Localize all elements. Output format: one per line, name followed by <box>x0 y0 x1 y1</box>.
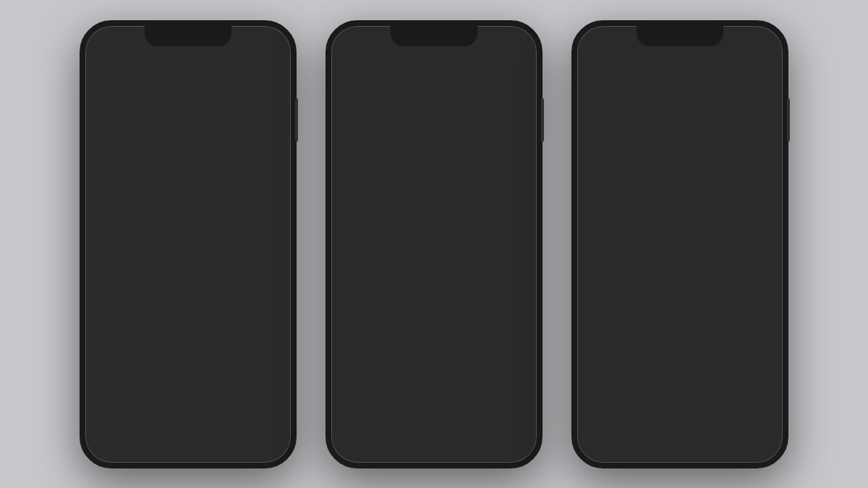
emoji-key-3[interactable]: 😊 <box>614 409 640 440</box>
key-gai1[interactable]: ग़ै <box>85 301 97 331</box>
key-aa2[interactable]: ा <box>145 301 164 331</box>
key-p[interactable]: प <box>179 337 197 367</box>
key-p3[interactable]: p <box>772 301 783 331</box>
key-t2[interactable]: t <box>414 301 433 331</box>
key-d3[interactable]: d <box>625 337 644 367</box>
key-l3[interactable]: l <box>761 337 780 367</box>
key-v[interactable]: व <box>190 373 209 403</box>
key-e3[interactable]: e <box>615 301 634 331</box>
key-h[interactable]: ह <box>190 301 209 331</box>
format-icon-1[interactable]: Aa <box>135 242 148 254</box>
key-r3[interactable]: r <box>637 301 656 331</box>
autocorrect-item-1[interactable]: रात <box>154 274 223 286</box>
key-c2[interactable]: c <box>402 373 421 403</box>
pen-icon-1[interactable]: ✎ <box>231 240 242 256</box>
collab-icon-3[interactable]: 👥 <box>699 66 715 82</box>
key-r[interactable]: र <box>201 337 220 367</box>
key-a3[interactable]: a <box>580 337 599 367</box>
key-y3[interactable]: y <box>682 301 701 331</box>
key-w3[interactable]: w <box>592 301 611 331</box>
camera-icon-1[interactable]: ⊙ <box>200 240 210 256</box>
key-s[interactable]: स <box>235 373 254 403</box>
return-key-3[interactable]: return <box>740 409 777 440</box>
key-c3[interactable]: c <box>648 373 667 403</box>
collab-icon-1[interactable]: 👥 <box>208 66 224 82</box>
autocorrect-3-0[interactable]: "aaps" <box>577 275 646 286</box>
key-e[interactable]: े <box>89 337 108 367</box>
key-g2[interactable]: g <box>425 337 443 367</box>
key-j[interactable]: ज <box>258 301 276 331</box>
key-e2[interactable]: e <box>369 301 388 331</box>
key-a2[interactable]: a <box>334 337 353 367</box>
key-s2[interactable]: s <box>357 337 375 367</box>
key-z3[interactable]: z <box>603 373 622 403</box>
return-key-1[interactable]: ↵ <box>255 409 285 440</box>
key-h2[interactable]: h <box>447 337 466 367</box>
key-oo[interactable]: ॉ <box>123 373 142 403</box>
key-l[interactable]: ल <box>213 373 231 403</box>
key-n3[interactable]: n <box>715 373 734 403</box>
share-icon-2[interactable]: ⬆ <box>480 67 489 80</box>
key-i3[interactable]: i <box>727 301 746 331</box>
key-r2[interactable]: r <box>391 301 410 331</box>
space-key-1[interactable]: स्पेस <box>154 409 252 440</box>
key-q3[interactable]: q <box>577 301 589 331</box>
done-button-2[interactable]: Done <box>499 67 528 80</box>
shift-key-2[interactable]: ⇧ <box>334 373 354 403</box>
shift-key-3[interactable]: ⇧ <box>580 373 600 403</box>
key-i2[interactable]: i <box>481 301 500 331</box>
key-q2[interactable]: q <box>331 301 343 331</box>
autocorrect-2-2[interactable]: karein <box>400 275 434 286</box>
key-y[interactable]: य <box>258 373 276 403</box>
key-w2[interactable]: w <box>346 301 365 331</box>
back-button-3[interactable]: ‹ Notes <box>586 66 624 81</box>
key-f2[interactable]: f <box>402 337 421 367</box>
key-dd[interactable]: ड <box>280 301 292 331</box>
key-d[interactable]: द <box>235 301 254 331</box>
num-key-2[interactable]: 123 <box>337 409 367 440</box>
key-m[interactable]: म <box>145 373 164 403</box>
key-j3[interactable]: j <box>715 337 734 367</box>
grid-icon-2[interactable]: ⊞ <box>350 240 361 256</box>
shift-key-1[interactable]: ↑ <box>85 373 97 403</box>
key-v3[interactable]: v <box>671 373 689 403</box>
autocorrect-more[interactable]: ∨ <box>503 275 537 286</box>
key-u2[interactable]: u <box>459 301 477 331</box>
key-n[interactable]: न <box>168 373 187 403</box>
key-t3[interactable]: t <box>660 301 678 331</box>
key-b[interactable]: ब <box>168 301 187 331</box>
space-key-3[interactable]: space <box>644 409 736 440</box>
key-k[interactable]: क <box>224 337 242 367</box>
space-key-2[interactable]: स्पेस <box>400 409 498 440</box>
emoji-key-1[interactable]: 😊 <box>124 409 150 440</box>
key-m2[interactable]: m <box>492 373 511 403</box>
key-v2[interactable]: v <box>425 373 443 403</box>
key-n2[interactable]: n <box>469 373 488 403</box>
check-icon-2[interactable]: ✓ <box>414 240 425 256</box>
back-button-2[interactable]: ‹ Notes <box>340 66 378 81</box>
key-y2[interactable]: y <box>436 301 455 331</box>
return-key-2[interactable]: ↵ <box>501 409 531 440</box>
key-x2[interactable]: x <box>380 373 399 403</box>
key-i2[interactable]: ि <box>134 337 153 367</box>
autocorrect-3-2[interactable]: aapsi <box>714 275 783 286</box>
key-f3[interactable]: f <box>648 337 667 367</box>
autocorrect-2-3[interactable]: करेन <box>434 274 468 286</box>
autocorrect-2-4[interactable]: क्रैन <box>468 274 502 286</box>
key-o2[interactable]: o <box>503 301 522 331</box>
key-t[interactable]: त <box>246 337 265 367</box>
key-o3[interactable]: o <box>749 301 768 331</box>
key-p2[interactable]: p <box>526 301 537 331</box>
done-button-1[interactable]: Done <box>253 67 282 80</box>
delete-key-3[interactable]: ⌫ <box>760 373 780 403</box>
pen-icon-2[interactable]: ✎ <box>477 240 488 256</box>
grid-icon-1[interactable]: ⊞ <box>104 240 115 256</box>
key-aa1[interactable]: ै <box>101 301 119 331</box>
autocorrect-item-0[interactable]: तारीख <box>85 274 154 286</box>
key-s3[interactable]: s <box>603 337 621 367</box>
key-z2[interactable]: z <box>357 373 376 403</box>
collab-icon-2[interactable]: 👥 <box>454 66 469 82</box>
format-icon-2[interactable]: Aa <box>380 242 394 254</box>
key-i1[interactable]: ि <box>111 337 130 367</box>
share-icon-1[interactable]: ⬆ <box>234 67 243 80</box>
